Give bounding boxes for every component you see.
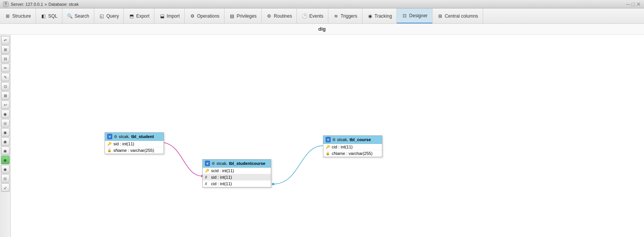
tbl-studentcourse-db-name: stcak.	[216, 161, 227, 166]
tbl-studentcourse-sid-hash-icon: #	[205, 175, 210, 179]
tbl-course-cid-key-icon: 🔑	[326, 145, 330, 149]
tab-export[interactable]: ⬒ Export	[124, 8, 154, 23]
tbl-student-sname-field: sName : varchar(255)	[113, 148, 154, 153]
tbl-studentcourse-cid-field: cid : int(11)	[211, 181, 232, 186]
title-bar-icons: 🗄	[3, 2, 8, 7]
tab-operations-label: Operations	[197, 13, 220, 19]
minimize-icon[interactable]: ─	[626, 1, 630, 7]
sidebar-btn-8[interactable]: ◉	[1, 110, 10, 118]
privileges-icon: ▤	[229, 13, 235, 19]
titlebar-separator: »	[44, 2, 47, 7]
designer-icon: ⊡	[401, 13, 408, 19]
tbl-course-row-cid: 🔑 cid : int(11)	[323, 144, 382, 150]
tab-routines[interactable]: ⚙ Routines	[262, 8, 297, 23]
sidebar-btn-0[interactable]: ↶	[1, 36, 10, 44]
tbl-studentcourse-gear-icon: ⚙	[211, 161, 215, 166]
tbl-course-header[interactable]: v ⚙ stcak. tbl_course	[323, 136, 382, 144]
title-bar: 🗄 Server: 127.0.0.1 » Database: stcak ─ …	[0, 0, 644, 8]
sidebar-btn-4[interactable]: ✎	[1, 73, 10, 81]
tab-structure-label: Structure	[12, 13, 31, 19]
tbl-course-gear-icon: ⚙	[332, 138, 336, 142]
main-area: ↶ ⊞ ⊟ ✏ ✎ ⊡ ⊠ ↩ ◉ ◎ ◉ ◉ ◉ ◉ ◉ ◎ ↙	[0, 35, 644, 237]
tab-triggers-label: Triggers	[341, 13, 357, 19]
page-title: dig	[318, 26, 326, 32]
tab-privileges-label: Privileges	[237, 13, 257, 19]
tbl-studentcourse-table-name: tbl_studentcourse	[229, 161, 265, 166]
tbl-studentcourse-v-badge: v	[205, 161, 210, 166]
sidebar-btn-9[interactable]: ◎	[1, 119, 10, 127]
tab-routines-label: Routines	[274, 13, 292, 19]
tab-privileges[interactable]: ▤ Privileges	[224, 8, 262, 23]
tab-designer[interactable]: ⊡ Designer	[397, 8, 433, 23]
tbl-course-cid-field: cid : int(11)	[332, 145, 352, 149]
sidebar-btn-12[interactable]: ◉	[1, 146, 10, 155]
sidebar-btn-10[interactable]: ◉	[1, 128, 10, 137]
tbl-course-row-cname: 🔒 cName : varchar(255)	[323, 150, 382, 157]
sidebar-btn-7[interactable]: ↩	[1, 100, 10, 109]
tbl-student-header[interactable]: v ⚙ stcak. tbl_student	[105, 133, 164, 141]
page-title-bar: dig	[0, 24, 644, 35]
tbl-studentcourse-sid-field: sid : int(11)	[211, 175, 232, 179]
designer-canvas[interactable]: v ⚙ stcak. tbl_student 🔑 sid : int(11) 🔒…	[11, 35, 644, 237]
tbl-student-sname-lock-icon: 🔒	[107, 148, 112, 152]
events-icon: 🕐	[302, 13, 308, 19]
triggers-icon: ≋	[333, 13, 339, 19]
sql-icon: ◧	[41, 13, 47, 19]
tbl-student-sid-key-icon: 🔑	[107, 142, 112, 146]
central-columns-icon: ⊞	[437, 13, 443, 19]
tbl-course-table-name: tbl_course	[349, 137, 371, 142]
tab-import[interactable]: ⬓ Import	[154, 8, 185, 23]
tbl-studentcourse-scid-key-icon: 🔑	[205, 169, 210, 173]
export-icon: ⬒	[128, 13, 134, 19]
close-icon[interactable]: ✕	[636, 1, 641, 7]
tab-export-label: Export	[136, 13, 149, 19]
tab-designer-label: Designer	[409, 13, 428, 18]
tbl-student-row-sname: 🔒 sName : varchar(255)	[105, 147, 164, 154]
tab-search[interactable]: 🔍 Search	[62, 8, 94, 23]
tab-events-label: Events	[309, 13, 323, 19]
table-tbl-studentcourse[interactable]: v ⚙ stcak. tbl_studentcourse 🔑 scid : in…	[202, 159, 271, 188]
table-tbl-student[interactable]: v ⚙ stcak. tbl_student 🔑 sid : int(11) 🔒…	[105, 132, 164, 154]
tbl-studentcourse-row-scid: 🔑 scid : int(11)	[203, 168, 271, 174]
tbl-studentcourse-header[interactable]: v ⚙ stcak. tbl_studentcourse	[203, 160, 271, 168]
nav-bar: ⊞ Structure ◧ SQL 🔍 Search ◱ Query ⬒ Exp…	[0, 8, 644, 24]
sidebar-btn-2[interactable]: ⊟	[1, 54, 10, 63]
tab-query-label: Query	[107, 13, 119, 19]
sidebar-btn-6[interactable]: ⊠	[1, 91, 10, 100]
sidebar-btn-16[interactable]: ↙	[1, 183, 10, 192]
sidebar-btn-14[interactable]: ◉	[1, 165, 10, 173]
maximize-icon[interactable]: □	[632, 1, 635, 7]
tbl-course-cname-lock-icon: 🔒	[326, 151, 330, 155]
tab-events[interactable]: 🕐 Events	[297, 8, 328, 23]
tab-sql-label: SQL	[48, 13, 57, 19]
table-tbl-course[interactable]: v ⚙ stcak. tbl_course 🔑 cid : int(11) 🔒 …	[323, 135, 382, 157]
sidebar-btn-1[interactable]: ⊞	[1, 45, 10, 54]
import-icon: ⬓	[159, 13, 165, 19]
tbl-studentcourse-cid-hash-icon: #	[205, 182, 210, 186]
sidebar-btn-3[interactable]: ✏	[1, 64, 10, 72]
connector-course-to-studentcourse	[273, 146, 323, 184]
tbl-studentcourse-row-cid: # cid : int(11)	[203, 181, 271, 187]
operations-icon: ⚙	[189, 13, 195, 19]
sidebar-btn-5[interactable]: ⊡	[1, 82, 10, 91]
tab-tracking-label: Tracking	[375, 13, 392, 19]
tab-tracking[interactable]: ◉ Tracking	[362, 8, 397, 23]
tab-central-columns-label: Central columns	[445, 13, 478, 19]
sidebar-btn-15[interactable]: ◎	[1, 174, 10, 183]
routines-icon: ⚙	[266, 13, 272, 19]
sidebar-btn-11[interactable]: ◉	[1, 137, 10, 146]
tab-query[interactable]: ◱ Query	[94, 8, 124, 23]
tbl-student-sid-field: sid : int(11)	[113, 142, 134, 146]
titlebar-server: Server: 127.0.0.1	[11, 2, 43, 7]
sidebar-btn-13[interactable]: ◉	[1, 156, 10, 164]
tab-central-columns[interactable]: ⊞ Central columns	[433, 8, 483, 23]
tbl-course-db-name: stcak.	[337, 138, 348, 142]
tab-sql[interactable]: ◧ SQL	[36, 8, 62, 23]
window-controls: ─ □ ✕	[79, 1, 641, 7]
tab-triggers[interactable]: ≋ Triggers	[328, 8, 362, 23]
tab-structure[interactable]: ⊞ Structure	[0, 8, 36, 23]
tab-operations[interactable]: ⚙ Operations	[185, 8, 224, 23]
tbl-student-v-badge: v	[107, 134, 112, 139]
connector-dot-cyan	[272, 183, 274, 185]
tab-import-label: Import	[167, 13, 180, 19]
